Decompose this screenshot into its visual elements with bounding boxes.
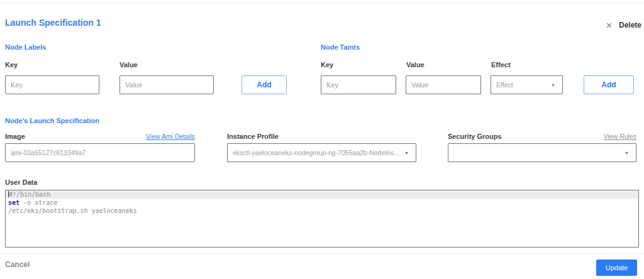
- launch-spec-heading: Node's Launch Specification: [5, 117, 99, 124]
- node-taints-effect-select[interactable]: Effect ▼: [491, 75, 563, 94]
- chevron-down-icon: ▼: [551, 83, 555, 87]
- node-taints-key-input[interactable]: [321, 75, 396, 94]
- user-data-label: User Data: [5, 178, 37, 186]
- code-segment: #!/bin/bash: [9, 191, 50, 198]
- chevron-down-icon: ▼: [625, 151, 629, 155]
- instance-profile-label-row: Instance Profile: [227, 133, 416, 140]
- security-groups-label: Security Groups: [448, 133, 502, 140]
- instance-profile-select[interactable]: eksctl-yaeloceaneks-nodegroup-ng-7055aa2…: [227, 143, 416, 162]
- node-labels-key-label: Key: [5, 61, 18, 68]
- node-labels-heading: Node Labels: [5, 43, 46, 51]
- image-input[interactable]: [5, 143, 195, 162]
- view-rules-link[interactable]: View Rules: [604, 133, 636, 140]
- page-title: Launch Specification 1: [5, 18, 101, 28]
- user-data-editor[interactable]: #!/bin/bashset -o xtrace/etc/eks/bootstr…: [5, 190, 639, 248]
- node-labels-key-input[interactable]: [5, 75, 99, 94]
- image-label: Image: [5, 133, 25, 140]
- node-taints-heading: Node Taints: [321, 43, 360, 51]
- code-line[interactable]: set -o xtrace: [6, 199, 638, 207]
- node-taints-value-input[interactable]: [406, 75, 481, 94]
- image-label-row: Image View Ami Details: [5, 133, 195, 140]
- top-divider: [0, 3, 644, 3]
- security-groups-select[interactable]: ▼: [448, 143, 636, 162]
- node-taints-add-button[interactable]: Add: [584, 75, 634, 94]
- view-ami-details-link[interactable]: View Ami Details: [146, 133, 195, 140]
- code-segment: set: [8, 199, 19, 206]
- code-segment: -o xtrace: [19, 199, 57, 206]
- close-icon: ✕: [606, 21, 613, 30]
- chevron-down-icon: ▼: [404, 151, 409, 155]
- node-taints-key-label: Key: [321, 61, 333, 68]
- update-button[interactable]: Update: [596, 260, 637, 276]
- code-line[interactable]: /etc/eks/bootstrap.sh yaeloceaneks: [6, 207, 638, 215]
- node-labels-add-button[interactable]: Add: [242, 75, 287, 94]
- node-labels-value-label: Value: [119, 61, 138, 68]
- code-line[interactable]: #!/bin/bash: [6, 190, 638, 199]
- security-groups-label-row: Security Groups View Rules: [448, 133, 636, 140]
- footer-divider: [0, 253, 644, 254]
- launch-specification-panel: Launch Specification 1 ✕ Delete Node Lab…: [0, 0, 644, 279]
- instance-profile-value: eksctl-yaeloceaneks-nodegroup-ng-7055aa2…: [233, 149, 401, 156]
- delete-button-label: Delete: [619, 21, 641, 30]
- code-segment: /etc/eks/bootstrap.sh yaeloceaneks: [8, 207, 137, 214]
- node-taints-value-label: Value: [406, 61, 425, 68]
- delete-button[interactable]: ✕ Delete: [606, 21, 641, 30]
- instance-profile-label: Instance Profile: [227, 133, 279, 140]
- node-taints-effect-label: Effect: [491, 61, 511, 68]
- effect-select-placeholder: Effect: [496, 81, 513, 89]
- cancel-button[interactable]: Cancel: [5, 260, 30, 269]
- node-labels-value-input[interactable]: [119, 75, 214, 94]
